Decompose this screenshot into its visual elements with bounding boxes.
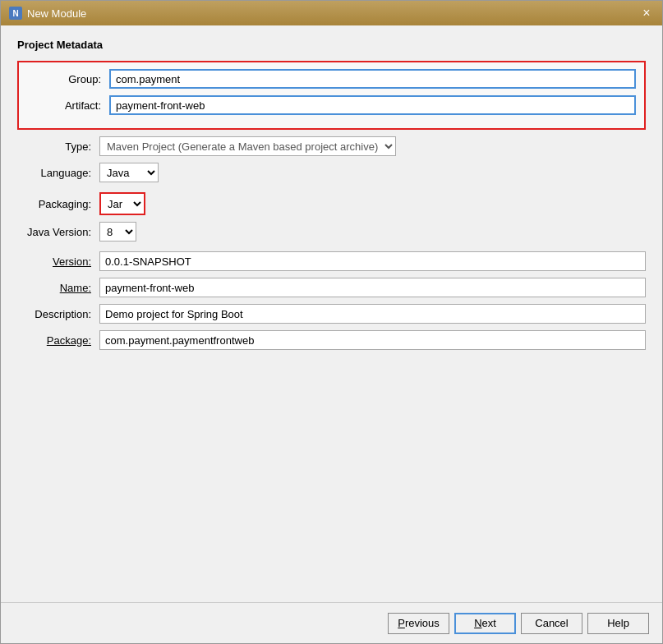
group-label: Group: <box>27 73 109 85</box>
next-underline-n: Next <box>474 617 496 629</box>
language-row: Language: Java Kotlin Groovy <box>17 163 646 182</box>
packaging-select[interactable]: Jar War <box>101 194 144 214</box>
title-bar: N New Module × <box>1 1 662 25</box>
packaging-highlight-box: Jar War <box>99 192 145 215</box>
type-row: Type: Maven Project (Generate a Maven ba… <box>17 136 646 156</box>
packaging-row: Packaging: Jar War <box>17 192 646 215</box>
type-select[interactable]: Maven Project (Generate a Maven based pr… <box>99 136 396 156</box>
java-version-select[interactable]: 8 11 17 <box>99 222 136 242</box>
package-label: Package: <box>17 334 99 347</box>
dialog-content: Project Metadata Group: Artifact: Type: … <box>1 25 662 602</box>
name-row: Name: <box>17 278 646 297</box>
cancel-button[interactable]: Cancel <box>521 613 582 634</box>
version-label: Version: <box>17 255 99 268</box>
version-row: Version: <box>17 251 646 271</box>
previous-button[interactable]: Previous <box>388 613 449 634</box>
version-input[interactable] <box>99 251 646 271</box>
window-title: New Module <box>27 7 86 20</box>
language-label: Language: <box>17 167 99 179</box>
package-row: Package: <box>17 330 646 350</box>
java-version-row: Java Version: 8 11 17 <box>17 222 646 242</box>
name-label: Name: <box>17 282 99 294</box>
dialog-footer: Previous Next Cancel Help <box>1 602 662 643</box>
section-title: Project Metadata <box>17 39 646 51</box>
close-button[interactable]: × <box>639 6 654 21</box>
app-icon: N <box>9 7 22 20</box>
previous-underline-p: Previous <box>398 617 440 629</box>
description-label: Description: <box>17 308 99 320</box>
package-input[interactable] <box>99 330 646 350</box>
type-label: Type: <box>17 140 99 153</box>
group-artifact-section: Group: Artifact: <box>17 61 646 130</box>
help-button[interactable]: Help <box>587 613 649 634</box>
description-input[interactable] <box>99 304 646 324</box>
dialog-window: N New Module × Project Metadata Group: A… <box>0 0 663 644</box>
next-button[interactable]: Next <box>454 613 516 634</box>
name-input[interactable] <box>99 278 646 297</box>
group-input[interactable] <box>109 69 636 89</box>
packaging-label: Packaging: <box>17 198 99 210</box>
artifact-row: Artifact: <box>27 95 636 115</box>
type-select-container: Maven Project (Generate a Maven based pr… <box>99 136 396 156</box>
java-version-label: Java Version: <box>17 226 99 238</box>
artifact-label: Artifact: <box>27 99 109 112</box>
group-row: Group: <box>27 69 636 89</box>
title-bar-left: N New Module <box>9 7 86 20</box>
artifact-input[interactable] <box>109 95 636 115</box>
language-select[interactable]: Java Kotlin Groovy <box>99 163 159 182</box>
description-row: Description: <box>17 304 646 324</box>
